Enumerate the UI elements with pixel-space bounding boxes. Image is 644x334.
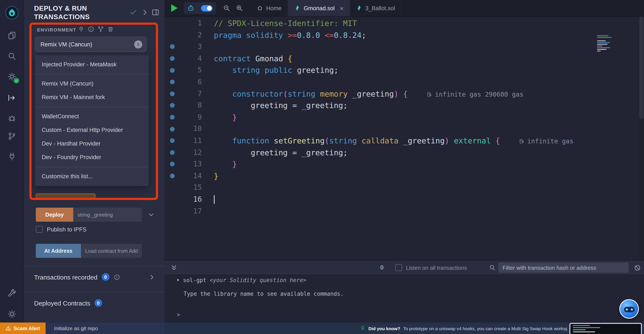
screen-recording-preview[interactable] — [570, 323, 642, 334]
editor-scrollbar[interactable] — [639, 16, 644, 261]
gutter[interactable] — [164, 135, 180, 147]
gutter[interactable] — [164, 111, 180, 123]
solidity-compiler-icon[interactable] — [0, 67, 24, 86]
plugin-manager-icon[interactable] — [0, 147, 24, 166]
environment-option[interactable]: Injected Provider - MetaMask — [35, 58, 149, 71]
code-line[interactable]: 16 — [164, 194, 644, 205]
code-text — [202, 76, 214, 88]
gutter[interactable] — [164, 194, 180, 205]
environment-option[interactable]: WalletConnect — [35, 110, 149, 123]
gutter-dot-icon — [170, 115, 174, 120]
gutter[interactable] — [164, 205, 180, 217]
gutter[interactable] — [164, 29, 180, 41]
gutter[interactable] — [164, 182, 180, 194]
at-address-button[interactable]: At Address — [36, 244, 81, 258]
pin-icon[interactable] — [78, 26, 84, 32]
environment-option[interactable]: Custom - External Http Provider — [35, 123, 149, 137]
gutter[interactable] — [164, 147, 180, 158]
run-script-button[interactable] — [171, 4, 178, 12]
terminal-output[interactable]: • sol-gpt <your Solidity question here> … — [164, 274, 644, 323]
chevron-right-icon[interactable] — [141, 8, 149, 16]
environment-label: ENVIRONMENT — [37, 27, 76, 32]
minimap[interactable] — [597, 34, 616, 52]
deploy-run-icon[interactable] — [0, 88, 24, 107]
code-line[interactable]: 2pragma solidity >=0.8.0 <=0.8.24; — [164, 29, 644, 41]
publish-ipfs-checkbox[interactable] — [36, 226, 42, 233]
scrollbar-handle[interactable] — [639, 16, 644, 119]
deploy-button[interactable]: Deploy — [36, 208, 73, 222]
tab-gmonad-sol[interactable]: Gmonad.sol× — [288, 0, 350, 16]
code-line[interactable]: 1// SPDX-License-Identifier: MIT — [164, 17, 644, 29]
search-icon[interactable] — [489, 264, 496, 271]
deployed-contracts-row[interactable]: Deployed Contracts 0 — [34, 299, 158, 307]
remix-logo[interactable] — [0, 3, 24, 22]
fork-icon[interactable] — [98, 26, 104, 32]
environment-select[interactable]: Remix VM (Cancun) — [35, 36, 146, 52]
zoom-in-icon[interactable] — [236, 4, 243, 12]
environment-option[interactable]: Remix VM (Cancun) — [35, 77, 149, 91]
status-bar: Scam Alert Initialize as git repo Did yo… — [0, 323, 644, 334]
gutter[interactable] — [164, 170, 180, 182]
code-line[interactable]: 7 constructor(string memory _greeting) {… — [164, 88, 644, 100]
tab-home[interactable]: Home — [251, 0, 288, 16]
transactions-recorded-row[interactable]: Transactions recorded 0 — [34, 273, 158, 281]
split-panel-icon[interactable] — [152, 8, 159, 16]
code-line[interactable]: 12 greeting = _greeting; — [164, 147, 644, 158]
gutter[interactable] — [164, 100, 180, 111]
home-icon — [257, 5, 263, 11]
copilot-toggle[interactable] — [201, 5, 212, 11]
gutter[interactable] — [164, 53, 180, 64]
code-line[interactable]: 9 } — [164, 111, 644, 123]
gutter[interactable] — [164, 41, 180, 52]
tab-3-ballot-sol[interactable]: 3_Ballot.sol — [350, 0, 402, 16]
chevron-right-icon[interactable] — [149, 274, 155, 280]
terminal-prompt[interactable]: > — [177, 312, 180, 318]
constructor-args-input[interactable] — [73, 208, 142, 222]
tools-wrench-icon[interactable] — [0, 284, 24, 303]
transaction-filter-input[interactable] — [498, 263, 629, 273]
gutter[interactable] — [164, 64, 180, 76]
clear-console-icon[interactable] — [634, 264, 641, 272]
code-line[interactable]: 14} — [164, 170, 644, 182]
code-line[interactable]: 17 — [164, 205, 644, 217]
code-line[interactable]: 4contract Gmonad { — [164, 53, 644, 64]
settings-gear-icon[interactable] — [0, 305, 24, 323]
zoom-out-icon[interactable] — [223, 4, 230, 12]
environment-option[interactable]: Remix VM - Mainnet fork — [35, 91, 149, 104]
code-line[interactable]: 10 — [164, 123, 644, 135]
gutter[interactable] — [164, 17, 180, 29]
at-address-input[interactable] — [81, 244, 142, 258]
listen-all-transactions-checkbox[interactable] — [395, 264, 402, 271]
code-editor[interactable]: 1// SPDX-License-Identifier: MIT2pragma … — [164, 16, 644, 261]
gutter[interactable] — [164, 158, 180, 170]
code-line[interactable]: 13 } — [164, 158, 644, 170]
close-icon[interactable]: × — [340, 4, 344, 12]
publish-ipfs-row: Publish to IPFS — [36, 226, 86, 233]
code-line[interactable]: 6 — [164, 76, 644, 88]
environment-option[interactable]: Dev - Foundry Provider — [35, 151, 149, 164]
collapse-terminal-icon[interactable] — [170, 264, 178, 272]
environment-option[interactable]: Customize this list... — [35, 170, 149, 183]
debugger-icon[interactable] — [0, 109, 24, 128]
git-icon[interactable] — [0, 127, 24, 145]
code-line[interactable]: 15 — [164, 182, 644, 194]
file-explorer-icon[interactable] — [0, 26, 24, 45]
evm-version-badge[interactable] — [134, 40, 142, 48]
terminal-line: Type the library name to see available c… — [184, 291, 344, 297]
search-icon[interactable] — [0, 47, 24, 65]
info-icon[interactable] — [114, 274, 120, 280]
gutter[interactable] — [164, 88, 180, 100]
code-line[interactable]: 8 greeting = _greeting; — [164, 100, 644, 111]
scam-alert-button[interactable]: Scam Alert — [0, 323, 46, 334]
trash-icon[interactable] — [107, 26, 114, 32]
code-line[interactable]: 3 — [164, 41, 644, 52]
environment-option[interactable]: Dev - Hardhat Provider — [35, 137, 149, 151]
chevron-down-icon[interactable] — [148, 211, 154, 218]
info-icon[interactable] — [88, 26, 94, 32]
init-git-repo-button[interactable]: Initialize as git repo — [46, 323, 164, 334]
code-line[interactable]: 11 function setGreeting(string calldata … — [164, 135, 644, 147]
gutter[interactable] — [164, 76, 180, 88]
remix-ai-assistant-button[interactable] — [619, 299, 639, 319]
gutter[interactable] — [164, 123, 180, 135]
code-line[interactable]: 5 string public greeting; — [164, 64, 644, 76]
